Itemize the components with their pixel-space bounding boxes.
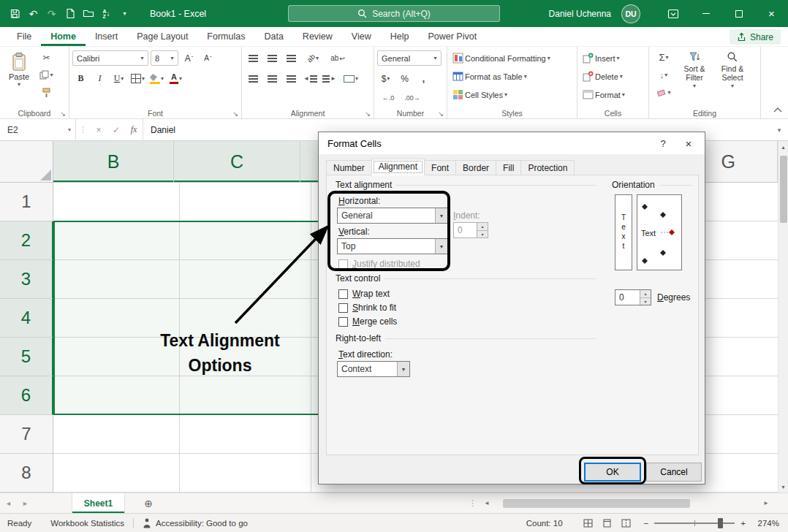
close-button[interactable]: × — [755, 0, 788, 27]
decrease-decimal-button[interactable]: .00→ — [401, 89, 423, 106]
dialog-help-button[interactable]: ? — [651, 138, 675, 149]
indent-spinner[interactable]: 0 ▴▾ — [453, 222, 488, 238]
sheet-tab-sheet1[interactable]: Sheet1 — [72, 493, 125, 513]
copy-button[interactable]: ▾ — [38, 66, 55, 83]
number-dialog-launcher[interactable]: ↘ — [438, 110, 444, 118]
tab-view[interactable]: View — [342, 27, 381, 46]
rotation-dial-control[interactable]: Text — [637, 194, 682, 270]
text-direction-combo[interactable]: Context ▾ — [337, 361, 410, 377]
row-header-4[interactable]: 4 — [0, 299, 53, 338]
shrink-to-fit-checkbox[interactable]: Shrink to fit — [338, 303, 396, 313]
accounting-format-button[interactable]: $▾ — [377, 70, 394, 87]
vertical-scrollbar-thumb[interactable] — [780, 156, 787, 223]
previous-sheet-button[interactable]: ◄ — [0, 500, 17, 507]
spin-down-icon[interactable]: ▾ — [640, 298, 651, 305]
spin-up-icon[interactable]: ▴ — [477, 223, 488, 231]
font-size-combo[interactable]: 8▾ — [151, 50, 178, 66]
new-sheet-button[interactable]: ⊕ — [144, 498, 153, 509]
undo-button[interactable]: ↶ — [24, 4, 42, 23]
collapse-ribbon-button[interactable] — [773, 104, 782, 115]
column-header-b[interactable]: B — [53, 141, 174, 182]
scroll-down-button[interactable]: ▼ — [778, 481, 788, 493]
align-center-button[interactable] — [264, 70, 281, 87]
merge-cells-checkbox[interactable]: Merge cells — [338, 316, 397, 327]
horizontal-scrollbar-track[interactable] — [493, 493, 760, 513]
spin-down-icon[interactable]: ▾ — [477, 231, 488, 238]
row-header-6[interactable]: 6 — [0, 376, 53, 415]
row-header-8[interactable]: 8 — [0, 454, 53, 493]
dialog-title-bar[interactable]: Format Cells ? × — [319, 132, 705, 154]
wrap-text-checkbox[interactable]: Wrap text — [338, 289, 390, 299]
paste-button[interactable]: Paste ▾ — [3, 49, 35, 105]
align-top-button[interactable] — [245, 50, 262, 66]
save-button[interactable] — [6, 4, 24, 23]
format-cells-button[interactable]: Format ▾ — [580, 88, 627, 101]
align-right-button[interactable] — [283, 70, 300, 87]
format-painter-button[interactable] — [38, 84, 55, 101]
page-layout-view-icon[interactable] — [602, 519, 612, 528]
tab-home[interactable]: Home — [41, 27, 86, 46]
horizontal-scrollbar[interactable]: ◄ ► — [481, 493, 772, 513]
dialog-close-button[interactable]: × — [675, 137, 702, 150]
clear-button[interactable]: ▾ — [652, 84, 675, 101]
redo-button[interactable]: ↷ — [42, 4, 61, 23]
align-bottom-button[interactable] — [283, 50, 300, 66]
avatar[interactable]: DU — [621, 4, 640, 23]
next-sheet-button[interactable]: ► — [17, 500, 34, 507]
zoom-out-button[interactable]: − — [644, 519, 649, 528]
alignment-dialog-launcher[interactable]: ↘ — [365, 110, 371, 118]
font-dialog-launcher[interactable]: ↘ — [232, 110, 238, 118]
vertical-scrollbar[interactable]: ▲ ▼ — [778, 141, 788, 493]
insert-cells-button[interactable]: Insert ▾ — [580, 52, 622, 64]
cut-button[interactable]: ✂ — [38, 49, 55, 66]
horizontal-scrollbar-thumb[interactable] — [503, 499, 690, 508]
delete-cells-button[interactable]: Delete ▾ — [580, 70, 625, 83]
increase-indent-button[interactable]: ► — [321, 70, 338, 87]
tab-power-pivot[interactable]: Power Pivot — [418, 27, 486, 46]
confirm-entry-button[interactable]: ✓ — [107, 119, 125, 140]
dialog-tab-number[interactable]: Number — [326, 160, 372, 175]
page-break-view-icon[interactable] — [621, 519, 631, 528]
row-header-5[interactable]: 5 — [0, 338, 53, 376]
row-header-3[interactable]: 3 — [0, 260, 53, 299]
fill-color-button[interactable]: ▾ — [148, 70, 165, 87]
decrease-indent-button[interactable]: ◄ — [302, 70, 319, 87]
comma-style-button[interactable]: , — [415, 70, 432, 87]
zoom-slider[interactable] — [654, 522, 735, 524]
dialog-tab-alignment[interactable]: Alignment — [371, 159, 425, 175]
zoom-level[interactable]: 274% — [753, 519, 779, 528]
fill-button[interactable]: ↓▾ — [652, 66, 675, 83]
find-select-button[interactable]: Find & Select ▾ — [713, 49, 751, 102]
column-header-c[interactable]: C — [174, 141, 300, 182]
zoom-in-button[interactable]: + — [740, 519, 746, 528]
wrap-text-button[interactable]: ab↩ — [326, 50, 349, 66]
open-file-button[interactable] — [79, 4, 97, 23]
increase-font-size-button[interactable]: Aˆ — [181, 50, 197, 66]
tab-formulas[interactable]: Formulas — [197, 27, 254, 46]
tab-file[interactable]: File — [7, 27, 41, 46]
name-box[interactable]: E2 ▾ — [0, 119, 76, 140]
tab-review[interactable]: Review — [293, 27, 342, 46]
tab-page-layout[interactable]: Page Layout — [127, 27, 197, 46]
cancel-button[interactable]: Cancel — [646, 463, 702, 482]
merge-center-button[interactable]: ▾ — [340, 70, 362, 87]
row-header-2[interactable]: 2 — [0, 221, 53, 260]
percent-style-button[interactable]: % — [396, 70, 413, 87]
maximize-button[interactable] — [722, 0, 755, 27]
format-as-table-button[interactable]: Format as Table ▾ — [450, 67, 529, 86]
vertical-text-orientation-control[interactable]: Text — [615, 194, 632, 270]
align-left-button[interactable] — [245, 70, 262, 87]
tab-data[interactable]: Data — [254, 27, 292, 46]
dialog-tab-fill[interactable]: Fill — [496, 160, 521, 175]
tab-scroll-handle[interactable]: ⋮ — [464, 498, 481, 508]
user-name[interactable]: Daniel Uchenna — [549, 9, 611, 19]
scroll-up-button[interactable]: ▲ — [778, 141, 788, 153]
scroll-right-button[interactable]: ► — [760, 500, 772, 506]
row-header-7[interactable]: 7 — [0, 415, 53, 454]
font-name-combo[interactable]: Calibri▾ — [72, 50, 148, 66]
insert-function-button[interactable]: fx — [125, 119, 143, 140]
accessibility-status-button[interactable]: Accessibility: Good to go — [156, 519, 248, 528]
dialog-tab-border[interactable]: Border — [455, 160, 496, 175]
share-button[interactable]: Share — [730, 29, 781, 45]
font-color-button[interactable]: A ▾ — [167, 70, 184, 87]
